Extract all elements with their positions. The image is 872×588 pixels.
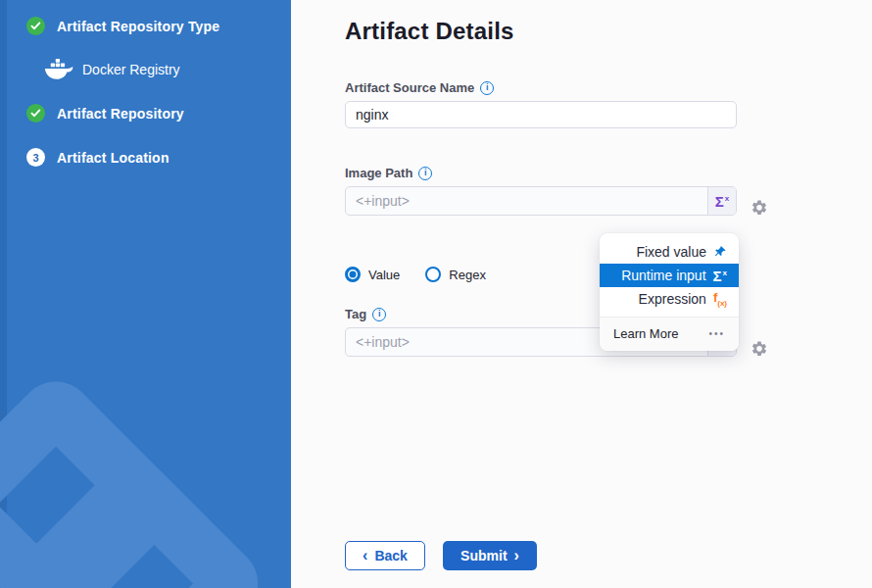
check-circle-icon [26,17,45,35]
radio-regex[interactable]: Regex [425,267,486,282]
step-artifact-repository-type[interactable]: Artifact Repository Type [26,17,291,35]
step-label: Artifact Repository [57,106,184,122]
radio-circle-unselected[interactable] [425,267,441,282]
substep-docker-registry[interactable]: Docker Registry [44,59,291,80]
chevron-right-icon: › [514,548,519,564]
tag-label: Tag [345,307,366,321]
radio-circle-selected[interactable] [345,267,361,282]
radio-value[interactable]: Value [345,267,400,282]
radio-regex-label: Regex [449,268,486,282]
image-path-input[interactable] [346,187,706,215]
image-path-label: Image Path [345,166,412,180]
input-type-options: Fixed value Runtime input Σx Expression … [600,233,739,317]
check-circle-icon [26,104,45,122]
submit-button[interactable]: Submit › [443,541,537,570]
wizard-sidebar: Artifact Repository Type Docker Registry… [0,0,291,588]
info-icon[interactable]: i [480,81,494,95]
menu-item-fixed-value[interactable]: Fixed value [600,240,739,264]
step-label: Artifact Location [57,150,170,166]
page-title: Artifact Details [345,18,872,45]
artifact-details-panel: Artifact Details Artifact Source Name i … [291,0,872,588]
step-number-badge: 3 [26,148,45,167]
more-options-dots-icon[interactable]: ••• [708,328,725,339]
wizard-steps: Artifact Repository Type Docker Registry… [0,0,291,167]
step-artifact-location[interactable]: 3 Artifact Location [26,148,291,167]
image-path-field-row: Σx [345,186,737,216]
menu-item-expression[interactable]: Expression f(x) [600,287,739,311]
artifact-source-name-label-row: Artifact Source Name i [345,80,872,95]
harness-logo-watermark [0,363,291,588]
back-button[interactable]: ‹ Back [345,541,425,570]
radio-value-label: Value [368,268,400,282]
sigma-icon: Σx [715,194,729,209]
artifact-source-name-label: Artifact Source Name [345,80,474,95]
sigma-icon: Σx [713,269,727,283]
info-icon[interactable]: i [418,167,432,180]
fx-icon: f(x) [713,291,727,308]
tag-settings-gear-icon[interactable] [750,339,769,359]
artifact-source-name-input[interactable] [345,101,737,128]
menu-footer: Learn More ••• [600,317,739,351]
image-path-runtime-toggle-button[interactable]: Σx [707,187,736,215]
chevron-left-icon: ‹ [363,548,367,564]
docker-whale-icon [44,59,73,80]
input-type-dropdown-menu: Fixed value Runtime input Σx Expression … [600,233,739,351]
image-path-label-row: Image Path i [345,166,872,180]
step-label: Artifact Repository Type [57,19,219,34]
image-path-runtime-input: Σx [345,186,737,216]
step-artifact-repository[interactable]: Artifact Repository [26,104,291,122]
image-path-settings-gear-icon[interactable] [750,198,769,218]
menu-item-label: Runtime input [621,268,705,283]
menu-item-runtime-input[interactable]: Runtime input Σx [600,264,739,287]
menu-item-label: Expression [639,291,706,307]
wizard-actions: ‹ Back Submit › [345,541,537,570]
pin-icon [713,245,727,259]
substep-label: Docker Registry [82,62,180,77]
learn-more-link[interactable]: Learn More [613,326,678,341]
info-icon[interactable]: i [372,308,386,321]
menu-item-label: Fixed value [636,244,706,260]
